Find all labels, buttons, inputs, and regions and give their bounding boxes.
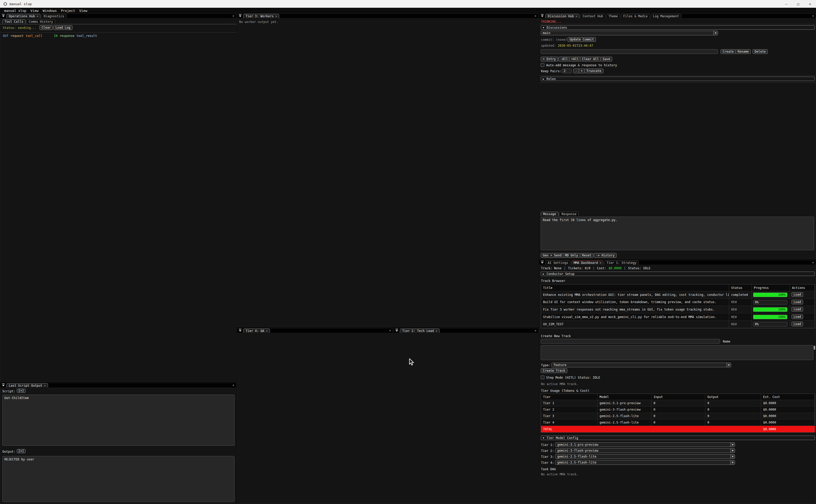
output-expand-button[interactable]: [+] (17, 449, 26, 453)
dock-menu-icon[interactable] (540, 14, 544, 18)
col-title: Title (541, 284, 729, 291)
keep-pairs-plus-button[interactable]: + (579, 69, 585, 73)
tab-log-management[interactable]: Log Management (651, 14, 681, 18)
load-button[interactable]: Load (791, 300, 803, 304)
load-button[interactable]: Load (791, 322, 803, 326)
script-textarea[interactable]: Get-ChildItem (2, 395, 235, 446)
tier4-dockbar: Tier 4: QA ✕ ✕ (237, 328, 393, 333)
panel-close-icon[interactable]: ✕ (812, 14, 814, 18)
gen-send-button[interactable]: Gen + Send (541, 253, 563, 258)
tab-diagnostics[interactable]: Diagnostics (41, 14, 66, 18)
dock-menu-icon[interactable] (2, 383, 5, 387)
thinking-status: THINKING... (541, 20, 561, 23)
tier2-model-select[interactable]: gemini-3-flash-preview ▼ (555, 448, 735, 453)
tab-tier2-tech-lead[interactable]: Tier 2: Tech Lead ✕ (400, 329, 440, 333)
dock-menu-icon[interactable] (395, 329, 399, 332)
dropdown-arrow-icon: ▼ (730, 460, 735, 465)
tab-context-hub[interactable]: Context Hub (580, 14, 605, 18)
discussion-branch-select[interactable]: main ▼ (541, 31, 718, 35)
tab-response[interactable]: Response (559, 212, 579, 216)
save-button[interactable]: Save (601, 57, 612, 61)
dock-menu-icon[interactable] (2, 14, 5, 18)
discussion-name-input[interactable] (541, 49, 718, 54)
tab-close-icon[interactable]: ✕ (44, 384, 46, 387)
tab-close-icon[interactable]: ✕ (266, 329, 268, 332)
menu-manual-slop[interactable]: manual slop (2, 9, 28, 13)
tab-tier3-workers[interactable]: Tier 3: Workers ✕ (243, 14, 279, 18)
menu-view[interactable]: View (28, 9, 41, 13)
collapse-all-button[interactable]: -All (558, 57, 570, 61)
add-entry-button[interactable]: + Entry (541, 57, 558, 61)
autoadd-checkbox[interactable] (541, 63, 544, 67)
tab-last-script-output[interactable]: Last Script Output ✕ (6, 383, 48, 387)
track-description-textarea[interactable] (541, 345, 813, 360)
scrollbar-thumb[interactable] (814, 346, 815, 350)
tab-ai-settings[interactable]: AI Settings (545, 261, 570, 265)
tab-close-icon[interactable]: ✕ (37, 15, 38, 18)
expand-all-button[interactable]: +All (569, 57, 581, 61)
maximize-icon[interactable]: □ (792, 0, 804, 8)
panel-close-icon[interactable]: ✕ (232, 14, 234, 18)
menu-view-2[interactable]: View (77, 9, 89, 13)
tab-operations-hub[interactable]: Operations Hub ✕ (6, 14, 41, 18)
create-track-button[interactable]: Create Track (541, 368, 567, 373)
menu-bar: manual slop View Windows Project View (0, 8, 816, 13)
tab-tool-calls[interactable]: Tool Calls (2, 19, 26, 23)
conductor-setup-header[interactable]: ▶ Conductor Setup (541, 272, 815, 276)
panel-close-icon[interactable]: ✕ (535, 329, 536, 332)
dock-menu-icon[interactable] (238, 14, 242, 18)
tab-discussion-hub[interactable]: Discussion Hub ✕ (545, 14, 579, 18)
tab-message[interactable]: Message (541, 212, 559, 216)
truncate-button[interactable]: Truncate (584, 69, 603, 73)
rename-button[interactable]: Rename (736, 49, 751, 54)
reset-button[interactable]: Reset (580, 253, 593, 258)
menu-windows[interactable]: Windows (41, 9, 59, 13)
load-button[interactable]: Load (791, 292, 803, 297)
panel-close-icon[interactable]: ✕ (535, 14, 536, 18)
panel-close-icon[interactable]: ✕ (232, 384, 234, 387)
create-button[interactable]: Create (721, 49, 736, 54)
tab-tier1-strategy[interactable]: Tier 1: Strategy (604, 261, 639, 265)
delete-button[interactable]: Delete (753, 49, 768, 54)
tab-tier4-qa[interactable]: Tier 4: QA ✕ (243, 329, 270, 333)
track-type-select[interactable]: feature ▼ (551, 363, 731, 367)
menu-project[interactable]: Project (59, 9, 77, 13)
window-titlebar: manual slop — □ ✕ (0, 0, 816, 8)
script-expand-button[interactable]: [+] (17, 389, 26, 393)
tab-theme[interactable]: Theme (606, 14, 620, 18)
tab-comms-history[interactable]: Comms History (26, 19, 55, 23)
tier1-model-select[interactable]: gemini-3.1-pro-preview ▼ (555, 442, 735, 447)
to-history-button[interactable]: -> History (594, 253, 617, 258)
keep-pairs-input[interactable] (562, 69, 572, 73)
roles-header[interactable]: ▶ Roles (541, 77, 815, 81)
track-name-input[interactable] (541, 339, 720, 344)
tab-close-icon[interactable]: ✕ (436, 329, 437, 332)
load-button[interactable]: Load (791, 314, 803, 319)
tab-close-icon[interactable]: ✕ (576, 15, 577, 18)
tier-model-config-header[interactable]: ▼ Tier Model Config (541, 436, 815, 440)
output-textarea[interactable]: REJECTED by user (2, 456, 235, 502)
load-button[interactable]: Load (791, 307, 803, 312)
dock-menu-icon[interactable] (238, 329, 242, 332)
step-mode-checkbox[interactable] (541, 376, 544, 379)
clear-button[interactable]: Clear (39, 25, 53, 30)
update-commit-button[interactable]: Update Commit (568, 37, 596, 42)
tab-close-icon[interactable]: ✕ (275, 15, 277, 18)
md-only-button[interactable]: MD Only (563, 253, 580, 258)
discussions-header[interactable]: ▼ Discussions (541, 25, 815, 30)
clear-all-button[interactable]: Clear All (580, 57, 601, 61)
message-textarea[interactable]: Read the first 10 lines of aggregate.py. (541, 217, 814, 250)
tier4-model-select[interactable]: gemini-2.5-flash-lite ▼ (555, 460, 735, 465)
keep-pairs-minus-button[interactable]: - (573, 69, 579, 73)
tab-mma-dashboard[interactable]: MMA Dashboard ✕ (571, 261, 603, 265)
tier3-model-select[interactable]: gemini-2.5-flash-lite ▼ (555, 454, 735, 459)
panel-close-icon[interactable]: ✕ (812, 261, 814, 264)
minimize-icon[interactable]: — (780, 0, 792, 8)
load-log-button[interactable]: Load Log (53, 25, 72, 30)
tab-files-media[interactable]: Files & Media (621, 14, 650, 18)
tab-close-icon[interactable]: ✕ (600, 261, 601, 264)
close-icon[interactable]: ✕ (804, 0, 816, 8)
tier4-config-label: Tier 4: (541, 461, 554, 465)
panel-close-icon[interactable]: ✕ (389, 329, 391, 332)
dock-menu-icon[interactable] (540, 261, 544, 264)
